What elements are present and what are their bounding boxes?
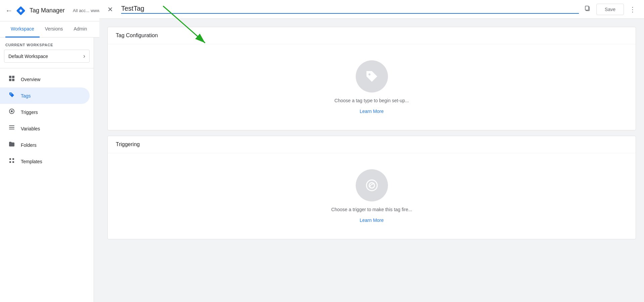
triggering-icon-circle: [356, 169, 388, 201]
sidebar-item-tags[interactable]: Tags: [0, 87, 90, 104]
workspace-name: Default Workspace: [8, 54, 48, 59]
sidebar-item-triggers-label: Triggers: [21, 110, 38, 115]
tag-config-icon-circle: [356, 60, 388, 93]
tab-workspace[interactable]: Workspace: [5, 21, 40, 38]
tags-icon: [8, 92, 15, 100]
close-button[interactable]: ✕: [105, 3, 116, 16]
sidebar-item-variables[interactable]: Variables: [0, 120, 90, 137]
tag-config-learn-more[interactable]: Learn More: [360, 109, 384, 114]
sidebar-item-folders-label: Folders: [21, 142, 37, 148]
tag-configuration-card: Tag Configuration Choose a tag type to b…: [107, 27, 636, 130]
tab-versions[interactable]: Versions: [40, 21, 68, 38]
logo-icon: [15, 5, 26, 16]
tag-editor-drawer: ✕ TestTag Save ⋮ Tag Configuration: [99, 0, 644, 302]
copy-icon[interactable]: [584, 5, 591, 13]
svg-rect-5: [9, 79, 11, 81]
triggering-header: Triggering: [108, 136, 636, 153]
svg-rect-13: [585, 6, 589, 10]
sidebar-item-folders[interactable]: Folders: [0, 137, 90, 153]
workspace-selector[interactable]: Default Workspace ›: [4, 50, 90, 63]
svg-point-16: [366, 180, 377, 191]
svg-rect-4: [12, 76, 14, 78]
triggering-learn-more[interactable]: Learn More: [360, 218, 384, 223]
triggering-placeholder: Choose a trigger to make this tag fire..…: [331, 207, 412, 212]
triggers-icon: [8, 108, 15, 116]
tag-config-header: Tag Configuration: [108, 27, 636, 44]
svg-rect-9: [9, 127, 14, 128]
svg-point-8: [11, 110, 13, 112]
current-workspace-label: CURRENT WORKSPACE: [0, 38, 94, 50]
chevron-right-icon: ›: [83, 53, 85, 60]
sidebar: CURRENT WORKSPACE Default Workspace › Ov…: [0, 38, 94, 302]
svg-rect-10: [9, 129, 14, 129]
sidebar-item-templates[interactable]: Templates: [0, 153, 90, 170]
sidebar-item-overview[interactable]: Overview: [0, 71, 90, 87]
app-name: Tag Manager: [30, 7, 65, 14]
folders-icon: [8, 141, 15, 149]
sidebar-item-tags-label: Tags: [21, 93, 31, 99]
variables-icon: [8, 124, 15, 133]
drawer-title[interactable]: TestTag: [121, 5, 579, 14]
svg-rect-6: [12, 79, 14, 81]
svg-rect-11: [9, 125, 14, 126]
tab-admin[interactable]: Admin: [68, 21, 92, 38]
sidebar-item-variables-label: Variables: [21, 126, 40, 131]
tag-config-body[interactable]: Choose a tag type to begin set-up... Lea…: [108, 44, 636, 130]
drawer-actions: Save ⋮: [596, 3, 639, 16]
tag-config-placeholder: Choose a tag type to begin set-up...: [335, 98, 409, 103]
tag-type-icon: [364, 68, 380, 84]
templates-icon: [8, 157, 15, 166]
svg-point-17: [369, 183, 375, 188]
sidebar-item-triggers[interactable]: Triggers: [0, 104, 90, 120]
svg-rect-3: [9, 76, 11, 78]
save-button[interactable]: Save: [596, 4, 624, 15]
drawer-header: ✕ TestTag Save ⋮: [99, 0, 644, 19]
overview-icon: [8, 75, 15, 83]
triggering-card: Triggering Choose a trigger to make this…: [107, 136, 636, 239]
triggering-body[interactable]: Choose a trigger to make this tag fire..…: [108, 153, 636, 239]
drawer-body: Tag Configuration Choose a tag type to b…: [99, 19, 644, 302]
more-options-button[interactable]: ⋮: [627, 3, 639, 16]
trigger-type-icon: [364, 177, 380, 193]
back-button[interactable]: ←: [5, 6, 13, 15]
app-logo: Tag Manager: [15, 5, 65, 16]
account-text: All acc...: [73, 8, 89, 13]
sidebar-item-overview-label: Overview: [21, 77, 40, 82]
sidebar-divider: [0, 68, 94, 68]
sidebar-item-templates-label: Templates: [21, 159, 42, 164]
